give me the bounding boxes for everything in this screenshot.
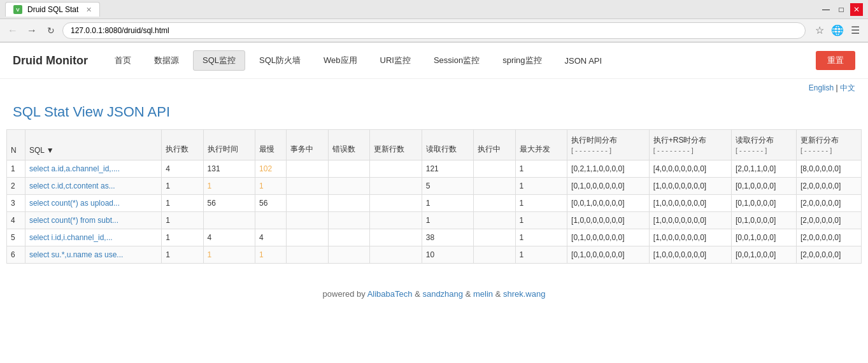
table-cell-exec_rs_dist: [1,0,0,0,0,0,0,0] bbox=[649, 178, 731, 195]
browser-tab[interactable]: V Druid SQL Stat ✕ bbox=[5, 2, 100, 17]
table-cell-errors bbox=[328, 229, 369, 246]
col-header-in-tx: 事务中 bbox=[287, 130, 328, 160]
table-cell-sql[interactable]: select i.id,i.channel_id,... bbox=[25, 229, 161, 246]
table-cell-update_rows bbox=[370, 212, 422, 229]
browser-actions: ☆ 🌐 ☰ bbox=[812, 23, 863, 38]
table-cell-n: 2 bbox=[7, 178, 25, 195]
table-cell-exec_time_dist: [0,1,0,0,0,0,0,0] bbox=[567, 246, 650, 264]
col-header-exec-time-dist: 执行时间分布[ - - - - - - - - ] bbox=[567, 130, 650, 160]
table-cell-update_row_dist: [2,0,0,0,0,0] bbox=[796, 212, 861, 229]
window-controls: — □ ✕ bbox=[820, 3, 863, 16]
col-header-read-rows: 读取行数 bbox=[422, 130, 473, 160]
view-json-api-link[interactable]: View JSON API bbox=[73, 104, 170, 120]
footer-link-sandzhang[interactable]: sandzhang bbox=[422, 289, 463, 299]
chinese-link[interactable]: 中文 bbox=[840, 83, 855, 92]
table-cell-exec_time: 1 bbox=[203, 246, 255, 264]
table-cell-in_tx bbox=[287, 212, 328, 229]
table-cell-read_rows: 10 bbox=[422, 246, 473, 264]
tab-close-button[interactable]: ✕ bbox=[86, 6, 92, 14]
nav-item-webapp[interactable]: Web应用 bbox=[315, 51, 366, 70]
table-cell-slowest: 1 bbox=[255, 246, 287, 264]
forward-button[interactable]: → bbox=[24, 23, 39, 38]
nav-item-spring[interactable]: spring监控 bbox=[494, 51, 550, 70]
table-cell-slowest: 1 bbox=[255, 178, 287, 195]
brand-title: Druid Monitor bbox=[13, 54, 88, 68]
table-cell-sql[interactable]: select su.*,u.name as use... bbox=[25, 246, 161, 264]
table-cell-exec_time: 131 bbox=[203, 160, 255, 178]
table-cell-max_concurrent: 1 bbox=[515, 160, 567, 178]
back-button[interactable]: ← bbox=[5, 23, 20, 38]
nav-item-sql[interactable]: SQL监控 bbox=[193, 50, 245, 71]
table-row: 3select count(*) as upload...1565611[0,0… bbox=[7, 195, 862, 212]
table-cell-slowest: 56 bbox=[255, 195, 287, 212]
table-cell-update_rows bbox=[370, 246, 422, 264]
table-cell-executing bbox=[474, 212, 515, 229]
table-cell-executing bbox=[474, 195, 515, 212]
table-cell-exec_count: 1 bbox=[162, 229, 203, 246]
table-cell-in_tx bbox=[287, 178, 328, 195]
col-header-exec-time: 执行时间 bbox=[203, 130, 255, 160]
table-cell-sql[interactable]: select c.id,ct.content as... bbox=[25, 178, 161, 195]
table-cell-max_concurrent: 1 bbox=[515, 246, 567, 264]
reset-button[interactable]: 重置 bbox=[816, 51, 855, 70]
table-cell-in_tx bbox=[287, 195, 328, 212]
table-cell-sql[interactable]: select count(*) as upload... bbox=[25, 195, 161, 212]
nav-item-uri[interactable]: URI监控 bbox=[371, 51, 420, 70]
table-cell-exec_count: 1 bbox=[162, 195, 203, 212]
table-cell-read_rows: 1 bbox=[422, 195, 473, 212]
col-header-exec-rs-dist: 执行+RS时分布[ - - - - - - - - ] bbox=[649, 130, 731, 160]
table-cell-sql[interactable]: select count(*) from subt... bbox=[25, 212, 161, 229]
page-title-static: SQL Stat bbox=[13, 104, 69, 120]
table-cell-exec_time_dist: [0,0,1,0,0,0,0,0] bbox=[567, 195, 650, 212]
lang-separator: | bbox=[836, 83, 838, 92]
table-cell-exec_time: 56 bbox=[203, 195, 255, 212]
maximize-button[interactable]: □ bbox=[835, 3, 848, 16]
table-cell-in_tx bbox=[287, 246, 328, 264]
col-header-max-concurrent: 最大并发 bbox=[515, 130, 567, 160]
page-title-bar: SQL Stat View JSON API bbox=[0, 97, 868, 129]
nav-item-datasource[interactable]: 数据源 bbox=[145, 51, 188, 70]
table-cell-sql[interactable]: select a.id,a.channel_id,.... bbox=[25, 160, 161, 178]
table-body: 1select a.id,a.channel_id,....4131102121… bbox=[7, 160, 862, 264]
col-header-sql[interactable]: SQL ▼ bbox=[25, 130, 161, 160]
nav-item-session[interactable]: Session监控 bbox=[425, 51, 488, 70]
table-cell-read_row_dist: [0,1,0,0,0,0] bbox=[731, 195, 796, 212]
col-header-read-row-dist: 读取行分布[ - - - - - - ] bbox=[731, 130, 796, 160]
table-cell-slowest bbox=[255, 212, 287, 229]
footer-link-shrek[interactable]: shrek.wang bbox=[503, 289, 545, 299]
footer-powered-by: powered by bbox=[323, 289, 366, 299]
address-bar[interactable] bbox=[62, 22, 806, 39]
refresh-button[interactable]: ↻ bbox=[43, 23, 59, 38]
table-cell-executing bbox=[474, 246, 515, 264]
col-header-n: N bbox=[7, 130, 25, 160]
table-cell-exec_rs_dist: [1,0,0,0,0,0,0,0] bbox=[649, 212, 731, 229]
table-cell-read_rows: 121 bbox=[422, 160, 473, 178]
table-cell-max_concurrent: 1 bbox=[515, 212, 567, 229]
table-cell-read_rows: 5 bbox=[422, 178, 473, 195]
table-cell-n: 4 bbox=[7, 212, 25, 229]
table-cell-executing bbox=[474, 178, 515, 195]
english-link[interactable]: English bbox=[809, 83, 834, 92]
table-cell-read_row_dist: [2,0,1,1,0,0] bbox=[731, 160, 796, 178]
footer-separator-2: & bbox=[466, 289, 473, 299]
menu-button[interactable]: ☰ bbox=[848, 23, 863, 38]
nav-item-jsonapi[interactable]: JSON API bbox=[556, 52, 611, 69]
table-cell-exec_time_dist: [1,0,0,0,0,0,0,0] bbox=[567, 212, 650, 229]
footer-link-alibaba[interactable]: AlibabaTech bbox=[367, 289, 413, 299]
minimize-button[interactable]: — bbox=[820, 3, 832, 16]
close-button[interactable]: ✕ bbox=[850, 3, 863, 16]
table-cell-exec_time bbox=[203, 212, 255, 229]
table-cell-exec_rs_dist: [1,0,0,0,0,0,0,0] bbox=[649, 246, 731, 264]
col-header-exec-count: 执行数 bbox=[162, 130, 203, 160]
bookmark-button[interactable]: ☆ bbox=[812, 23, 827, 38]
table-cell-exec_rs_dist: [4,0,0,0,0,0,0,0] bbox=[649, 160, 731, 178]
table-cell-exec_count: 1 bbox=[162, 212, 203, 229]
table-cell-slowest: 4 bbox=[255, 229, 287, 246]
footer-link-melin[interactable]: melin bbox=[473, 289, 493, 299]
table-cell-exec_time_dist: [0,1,0,0,0,0,0,0] bbox=[567, 178, 650, 195]
table-cell-n: 5 bbox=[7, 229, 25, 246]
globe-icon[interactable]: 🌐 bbox=[830, 23, 845, 38]
nav-item-home[interactable]: 首页 bbox=[106, 51, 140, 70]
nav-item-firewall[interactable]: SQL防火墙 bbox=[250, 51, 309, 70]
footer: powered by AlibabaTech & sandzhang & mel… bbox=[0, 276, 868, 311]
